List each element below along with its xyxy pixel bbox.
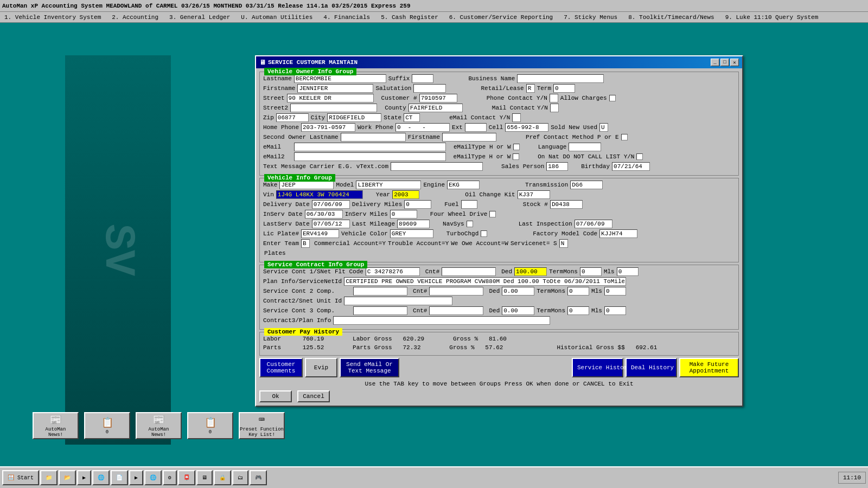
model-input[interactable] xyxy=(356,181,421,189)
menu-general-ledger[interactable]: 3. General Ledger xyxy=(167,14,232,21)
ded3-input[interactable] xyxy=(502,306,534,315)
business-name-input[interactable] xyxy=(517,74,604,83)
engine-input[interactable] xyxy=(447,181,480,189)
automan-news-icon-1[interactable]: 📰 AutoManNews! xyxy=(33,412,79,439)
stock-input[interactable] xyxy=(550,200,583,209)
unit-id-input[interactable] xyxy=(344,297,452,305)
mail-contact-input[interactable] xyxy=(550,104,559,112)
cnt1-input[interactable] xyxy=(442,267,496,276)
cont1-code-input[interactable] xyxy=(366,267,420,276)
term-input[interactable] xyxy=(553,84,575,93)
email-type-checkbox[interactable] xyxy=(513,144,520,150)
close-button[interactable]: ✕ xyxy=(730,59,739,66)
taskbar-app-7[interactable]: 🌐 xyxy=(144,470,162,485)
inserv-date-input[interactable] xyxy=(305,210,343,219)
menu-cash-register[interactable]: 5. Cash Register xyxy=(379,14,441,21)
panel-icon-3[interactable]: 📋 0 xyxy=(187,412,233,439)
home-phone-input[interactable] xyxy=(301,123,355,132)
menu-toolkit[interactable]: 8. Toolkit/Timecard/News xyxy=(626,14,716,21)
delivery-miles-input[interactable] xyxy=(404,200,431,209)
four-wheel-checkbox[interactable] xyxy=(489,211,496,217)
inserv-miles-input[interactable] xyxy=(390,210,417,219)
ok-button[interactable]: Ok xyxy=(259,390,292,402)
taskbar-app-5[interactable]: 📄 xyxy=(111,470,128,485)
minimize-button[interactable]: _ xyxy=(711,59,719,66)
birthday-input[interactable] xyxy=(612,162,650,171)
panel-icon-2[interactable]: 📋 0 xyxy=(84,412,130,439)
menu-financials[interactable]: 4. Financials xyxy=(321,14,372,21)
work-phone-input[interactable] xyxy=(395,123,450,132)
email-input[interactable] xyxy=(294,143,446,151)
fuel-input[interactable] xyxy=(461,200,477,209)
oil-change-input[interactable] xyxy=(518,190,550,199)
year-input[interactable] xyxy=(392,190,419,199)
turbochgd-checkbox[interactable] xyxy=(481,230,487,237)
taskbar-app-8[interactable]: ⚙ xyxy=(163,470,177,485)
email-contact-input[interactable] xyxy=(512,113,521,122)
firstname2-input[interactable] xyxy=(442,133,496,142)
customer-comments-button[interactable]: CustomerComments xyxy=(259,358,303,377)
taskbar-app-6[interactable]: ▶ xyxy=(129,470,143,485)
zip-input[interactable] xyxy=(276,113,309,122)
start-button[interactable]: 🪟 Start xyxy=(2,470,39,485)
servicenet-input[interactable] xyxy=(559,239,568,248)
term-mons1-input[interactable] xyxy=(580,267,602,276)
maximize-button[interactable]: □ xyxy=(720,59,729,66)
menu-query[interactable]: 9. Luke 11:10 Query System xyxy=(723,14,821,21)
taskbar-app-3[interactable]: ▶ xyxy=(77,470,91,485)
salutation-input[interactable] xyxy=(413,84,446,93)
send-email-button[interactable]: Send eMail OrText Message xyxy=(340,358,399,377)
menu-accounting[interactable]: 2. Accounting xyxy=(110,14,161,21)
county-input[interactable] xyxy=(409,104,463,112)
taskbar-app-11[interactable]: 🔒 xyxy=(214,470,231,485)
phone-contact-input[interactable] xyxy=(550,94,558,102)
delivery-date-input[interactable] xyxy=(312,200,350,209)
deal-history-button[interactable]: Deal History xyxy=(626,358,677,377)
second-owner-input[interactable] xyxy=(341,133,406,142)
transmission-input[interactable] xyxy=(570,181,603,189)
term-mons3-input[interactable] xyxy=(567,306,589,315)
factory-model-input[interactable] xyxy=(599,229,637,238)
ded2-input[interactable] xyxy=(502,287,534,296)
term-mons2-input[interactable] xyxy=(567,287,589,296)
cont3-input[interactable] xyxy=(353,306,407,315)
taskbar-app-13[interactable]: 🎮 xyxy=(250,470,267,485)
lastserv-date-input[interactable] xyxy=(312,220,350,228)
retail-lease-input[interactable] xyxy=(526,84,535,93)
cnt3-input[interactable] xyxy=(429,306,483,315)
taskbar-app-10[interactable]: 🖥 xyxy=(196,470,213,485)
suffix-input[interactable] xyxy=(412,74,433,83)
state-input[interactable] xyxy=(404,113,420,122)
mls1-input[interactable] xyxy=(617,267,639,276)
email2-type-checkbox[interactable] xyxy=(513,153,519,160)
menu-customer-service[interactable]: 6. Customer/Service Reporting xyxy=(447,14,555,21)
street-input[interactable] xyxy=(287,94,374,102)
ded1-input[interactable] xyxy=(514,267,547,276)
pref-contact-checkbox[interactable] xyxy=(621,134,628,140)
lastname-input[interactable] xyxy=(294,74,386,83)
cnt2-input[interactable] xyxy=(429,287,483,296)
navsys-checkbox[interactable] xyxy=(467,221,473,227)
evip-button[interactable]: Evip xyxy=(305,358,337,377)
mls3-input[interactable] xyxy=(604,306,626,315)
do-not-call-checkbox[interactable] xyxy=(636,153,643,160)
last-mileage-input[interactable] xyxy=(397,220,430,228)
automan-news-icon-2[interactable]: 📰 AutoManNews! xyxy=(136,412,182,439)
make-appointment-button[interactable]: Make FutureAppointment xyxy=(679,358,739,377)
vin-input[interactable] xyxy=(276,190,363,199)
enter-team-input[interactable] xyxy=(301,239,310,248)
city-input[interactable] xyxy=(327,113,381,122)
taskbar-app-1[interactable]: 📁 xyxy=(40,470,58,485)
sales-person-input[interactable] xyxy=(546,162,568,171)
taskbar-app-4[interactable]: 🌐 xyxy=(92,470,110,485)
cell-input[interactable] xyxy=(505,123,548,132)
menu-sticky-menus[interactable]: 7. Sticky Menus xyxy=(561,14,620,21)
street2-input[interactable] xyxy=(290,104,377,112)
taskbar-app-12[interactable]: 🗂 xyxy=(232,470,248,485)
taskbar-app-2[interactable]: 📂 xyxy=(59,470,76,485)
email2-input[interactable] xyxy=(294,152,446,161)
language-input[interactable] xyxy=(569,143,601,151)
sold-new-used-input[interactable] xyxy=(599,123,608,132)
lic-plate-input[interactable] xyxy=(301,229,339,238)
menu-automan-utilities[interactable]: U. Automan Utilities xyxy=(239,14,315,21)
